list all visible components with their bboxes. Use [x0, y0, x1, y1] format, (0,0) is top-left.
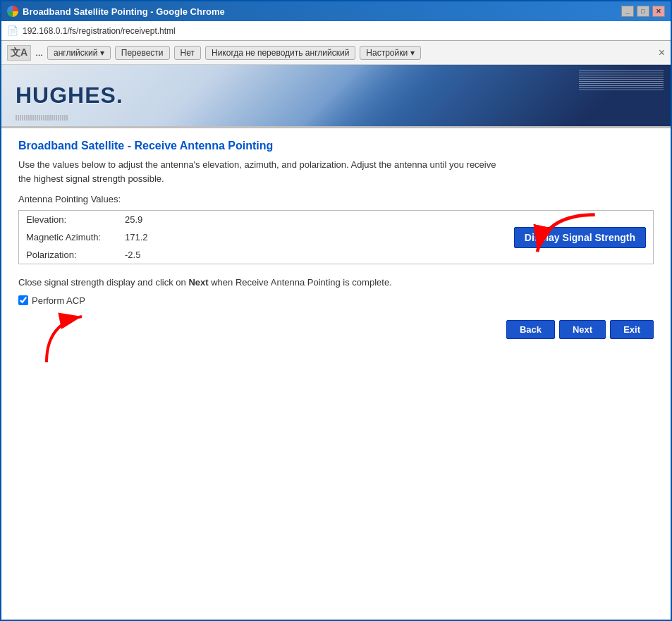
- browser-content: HUGHES. Broadband Satellite - Receive An…: [1, 65, 671, 620]
- translate-close-button[interactable]: ×: [659, 47, 665, 59]
- next-button[interactable]: Next: [559, 320, 606, 339]
- back-button[interactable]: Back: [506, 320, 555, 339]
- polarization-label: Polarization:: [19, 246, 118, 264]
- values-table-inner: Elevation: 25.9 Display Signal Strength …: [19, 211, 653, 264]
- perform-acp-row: Perform ACP: [18, 295, 654, 306]
- polarization-value: -2.5: [118, 246, 188, 264]
- section-label: Antenna Pointing Values:: [18, 194, 654, 204]
- exit-button[interactable]: Exit: [610, 320, 654, 339]
- close-button[interactable]: ✕: [652, 6, 665, 17]
- addressbar: 📄 192.168.0.1/fs/registration/receivept.…: [1, 21, 671, 41]
- azimuth-label: Magnetic Azimuth:: [19, 228, 118, 246]
- bottom-section: Perform ACP Back Next Exit: [18, 295, 654, 339]
- perform-acp-checkbox[interactable]: [18, 295, 28, 305]
- instructions-bold: Next: [188, 277, 208, 288]
- no-button[interactable]: Нет: [174, 46, 201, 60]
- never-translate-button[interactable]: Никогда не переводить английский: [205, 46, 355, 60]
- titlebar-left: Broadband Satellite Pointing - Google Ch…: [7, 6, 225, 17]
- page-content: Broadband Satellite - Receive Antenna Po…: [1, 128, 671, 350]
- banner-bottom-decorative: [16, 115, 68, 121]
- description-line1: Use the values below to adjust the anten…: [18, 159, 496, 170]
- titlebar: Broadband Satellite Pointing - Google Ch…: [1, 1, 671, 21]
- page-title: Broadband Satellite - Receive Antenna Po…: [18, 140, 654, 152]
- hughes-logo: HUGHES.: [16, 82, 123, 109]
- translate-bar: 文A ... английский Перевести Нет Никогда …: [1, 41, 671, 65]
- translate-button[interactable]: Перевести: [115, 46, 170, 60]
- instructions-suffix: when Receive Antenna Pointing is complet…: [211, 277, 392, 288]
- antenna-values-table: Elevation: 25.9 Display Signal Strength …: [18, 210, 654, 264]
- settings-dropdown[interactable]: Настройки: [360, 46, 420, 60]
- address-text[interactable]: 192.168.0.1/fs/registration/receivept.ht…: [23, 26, 665, 36]
- translate-icon: 文A: [7, 45, 31, 61]
- hughes-banner: HUGHES.: [1, 65, 671, 128]
- window-title: Broadband Satellite Pointing - Google Ch…: [23, 6, 225, 17]
- description-line2: the highest signal strength possible.: [18, 173, 164, 184]
- browser-window: Broadband Satellite Pointing - Google Ch…: [0, 0, 672, 621]
- instructions-text: Close signal strength display and click …: [18, 276, 654, 290]
- elevation-value: 25.9: [118, 211, 188, 228]
- hughes-logo-text: HUGHES.: [16, 82, 123, 108]
- signal-btn-cell: Display Signal Strength: [188, 211, 653, 264]
- page-icon: 📄: [7, 25, 18, 36]
- instructions-prefix: Close signal strength display and click …: [18, 277, 186, 288]
- banner-decorative-lines: [579, 70, 664, 90]
- restore-button[interactable]: □: [637, 6, 649, 17]
- navigation-buttons: Back Next Exit: [18, 320, 654, 339]
- perform-acp-label[interactable]: Perform ACP: [32, 295, 85, 306]
- display-signal-strength-button[interactable]: Display Signal Strength: [514, 227, 646, 248]
- language-dropdown[interactable]: английский: [47, 46, 111, 60]
- titlebar-controls: _ □ ✕: [621, 6, 665, 17]
- azimuth-value: 171.2: [118, 228, 188, 246]
- translate-dots: ...: [35, 47, 43, 58]
- elevation-label: Elevation:: [19, 211, 118, 228]
- minimize-button[interactable]: _: [621, 6, 634, 17]
- elevation-row: Elevation: 25.9 Display Signal Strength: [19, 211, 653, 228]
- chrome-logo-icon: [7, 6, 18, 17]
- page-description: Use the values below to adjust the anten…: [18, 158, 654, 185]
- table-container: Elevation: 25.9 Display Signal Strength …: [18, 210, 654, 264]
